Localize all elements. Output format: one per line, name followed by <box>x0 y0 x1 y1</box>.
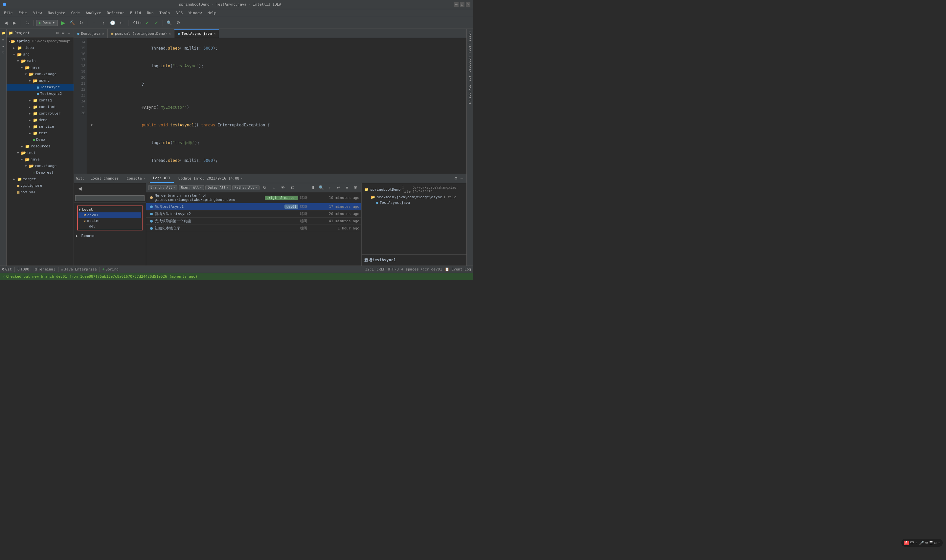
date-filter[interactable]: Date: All ▾ <box>205 185 231 190</box>
menu-code[interactable]: Code <box>68 10 82 16</box>
tree-item-resources[interactable]: ▶ 📁 resources <box>6 143 74 150</box>
menu-edit[interactable]: Edit <box>16 10 30 16</box>
tab-log-all[interactable]: Log: all <box>150 174 174 183</box>
tree-item-pomxml[interactable]: ▦ pom.xml <box>6 189 74 195</box>
menu-view[interactable]: View <box>31 10 45 16</box>
menu-vcs[interactable]: VCS <box>173 10 185 16</box>
tab-close-pom[interactable]: ✕ <box>169 32 171 35</box>
tree-item-com-xiaoge[interactable]: ▼ 📂 com.xiaoge <box>6 71 74 77</box>
status-position[interactable]: 32:1 <box>365 267 374 271</box>
sidebar-label-nexchatgpt[interactable]: NexChatGPT <box>467 83 472 106</box>
tab-demo-java[interactable]: ● Demo.java ✕ <box>74 29 108 38</box>
detail-file-item[interactable]: ● TestAsync.java <box>363 200 465 206</box>
tree-item-async[interactable]: ▼ 📂 async <box>6 77 74 84</box>
panel-minimize-button[interactable]: ─ <box>66 31 72 36</box>
tree-item-controller[interactable]: ▶ 📁 controller <box>6 110 74 117</box>
tree-item-config[interactable]: ▶ 📁 config <box>6 97 74 104</box>
tree-item-demo[interactable]: ▶ 📁 demo <box>6 117 74 123</box>
project-structure-button[interactable]: 🗂 <box>23 19 31 27</box>
menu-build[interactable]: Build <box>128 10 143 16</box>
git-push-button[interactable]: ↑ <box>100 19 108 27</box>
fold-icon-19[interactable]: ▼ <box>90 123 94 127</box>
status-crlf[interactable]: CRLF <box>376 267 385 271</box>
branch-item-dev[interactable]: dev <box>79 223 141 229</box>
git-log-settings[interactable]: ↩ <box>334 184 342 192</box>
detail-src-item[interactable]: 📂 src\main\java\com\xiaoge\async 1 file <box>363 194 465 200</box>
panel-locate-button[interactable]: ⊕ <box>54 31 60 36</box>
git-log-more[interactable]: ⊞ <box>351 184 359 192</box>
branch-filter[interactable]: Branch: All ▾ <box>148 185 177 190</box>
status-todo-item[interactable]: 6 TODO <box>17 267 29 271</box>
status-spring-item[interactable]: ⚘ Spring <box>102 267 119 271</box>
project-tool-icon[interactable]: 📁 <box>1 30 6 35</box>
tree-item-test-com-xiaoge[interactable]: ▼ 📂 com.xiaoge <box>6 163 74 169</box>
run-configuration[interactable]: ▶ Demo ▾ <box>36 20 58 26</box>
search-everywhere-button[interactable]: 🔍 <box>165 19 173 27</box>
git-status[interactable]: ✓ <box>153 19 160 27</box>
sidebar-label-restful[interactable]: RestfulTool <box>467 30 472 54</box>
status-terminal-item[interactable]: ⊡ Terminal <box>35 267 55 271</box>
bookmarks-tool-icon[interactable]: ★ <box>1 43 6 49</box>
tree-item-src[interactable]: ▼ 📂 src <box>6 51 74 58</box>
maximize-button[interactable]: □ <box>460 2 464 7</box>
minimize-button[interactable]: ─ <box>454 2 459 7</box>
tree-item-demotest[interactable]: ◎ DemoTest <box>6 169 74 176</box>
tree-item-root[interactable]: ▼ 📂 springbootDemo D:\workspace\zhangxia… <box>6 38 74 45</box>
forward-button[interactable]: ▶ <box>11 19 18 27</box>
local-group-header[interactable]: ▼ Local <box>79 207 141 212</box>
tab-update-info[interactable]: Update Info: 2023/9/16 14:08 ✕ <box>175 174 246 183</box>
tab-close-demo[interactable]: ✕ <box>102 32 104 35</box>
git-log-refresh[interactable]: ↻ <box>261 184 269 192</box>
branch-item-master[interactable]: ★ master <box>79 218 141 223</box>
git-log-sort[interactable]: ≡ <box>343 184 351 192</box>
git-log-eye[interactable]: 👁 <box>279 184 287 192</box>
menu-analyze[interactable]: Analyze <box>83 10 103 16</box>
fold-icon-15[interactable] <box>90 64 94 68</box>
tree-item-constant[interactable]: ▶ 📁 constant <box>6 104 74 110</box>
tree-item-test-src[interactable]: ▼ 📂 test <box>6 150 74 156</box>
status-indent[interactable]: 4 spaces <box>401 267 419 271</box>
status-git-branch[interactable]: ⑆ cr:dev01 <box>421 267 442 271</box>
log-row-1[interactable]: 新增testAsync1 dev01 嗦哥 17 minutes ago <box>146 203 361 211</box>
panel-settings-button[interactable]: ⚙ <box>60 31 66 36</box>
close-window-button[interactable]: ✕ <box>466 2 470 7</box>
detail-repo-item[interactable]: 📁 springbootDemo 1 file D:\workspace\zha… <box>363 185 465 194</box>
log-row-0[interactable]: Merge branch 'master' of gitee.com:xiaog… <box>146 192 361 203</box>
tab-console[interactable]: Console ✕ <box>123 174 148 183</box>
status-event-log[interactable]: 📋 Event Log <box>445 267 471 271</box>
update-info-close[interactable]: ✕ <box>240 177 242 180</box>
tab-testasync-java[interactable]: ● TestAsync.java ✕ <box>174 29 219 38</box>
sidebar-label-database[interactable]: Database <box>467 55 472 74</box>
log-row-2[interactable]: 新增方法testAsync2 嗦哥 20 minutes ago <box>146 211 361 218</box>
tree-item-demo-class[interactable]: ● Demo <box>6 137 74 143</box>
git-commit-ok[interactable]: ✓ <box>143 19 151 27</box>
git-log-fetch[interactable]: ↓ <box>270 184 278 192</box>
sidebar-label-ant[interactable]: Ant <box>467 74 472 83</box>
run-button[interactable]: ▶ <box>59 19 67 27</box>
user-filter[interactable]: User: All ▾ <box>179 185 204 190</box>
bottom-settings-button[interactable]: ⚙ <box>453 176 459 181</box>
status-encoding[interactable]: UTF-8 <box>388 267 399 271</box>
status-git-item[interactable]: ⑆ Git <box>2 267 12 271</box>
git-log-expand[interactable]: ↑ <box>326 184 334 192</box>
tree-item-idea[interactable]: ▶ 📁 .idea <box>6 45 74 51</box>
log-row-4[interactable]: 初始化本地仓库 嗦哥 1 hour ago <box>146 225 361 232</box>
tree-item-testasync[interactable]: ● TestAsync <box>6 84 74 91</box>
status-java-enterprise-item[interactable]: ☕ Java Enterprise <box>61 267 97 271</box>
menu-run[interactable]: Run <box>144 10 156 16</box>
menu-help[interactable]: Help <box>205 10 219 16</box>
git-log-search-btn[interactable]: 🔍 <box>317 184 325 192</box>
fold-icon-20[interactable] <box>90 141 94 145</box>
tree-item-test-folder[interactable]: ▶ 📁 test <box>6 130 74 137</box>
build-button[interactable]: 🔨 <box>68 19 76 27</box>
git-log-branch-btn[interactable]: ⑆ <box>288 184 296 192</box>
git-revert-button[interactable]: ↩ <box>118 19 126 27</box>
fold-icon-18[interactable] <box>90 105 94 109</box>
tree-item-test-java[interactable]: ▼ 📂 java <box>6 156 74 163</box>
menu-refactor[interactable]: Refactor <box>104 10 127 16</box>
tab-close-testasync[interactable]: ✕ <box>214 32 216 35</box>
structure-tool-icon[interactable]: ≡ <box>1 37 6 42</box>
remote-group-header[interactable]: ▶ Remote <box>76 232 144 239</box>
menu-window[interactable]: Window <box>186 10 204 16</box>
menu-navigate[interactable]: Navigate <box>45 10 68 16</box>
